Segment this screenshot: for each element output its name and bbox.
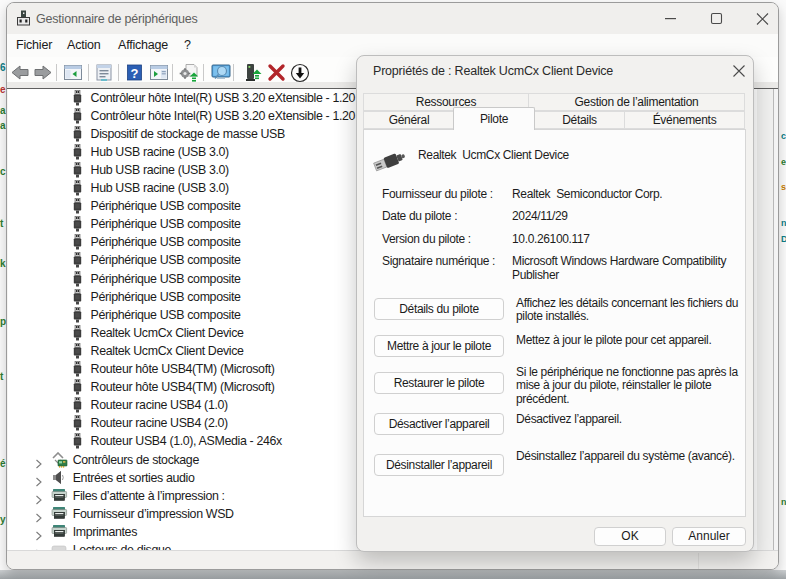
svg-text:?: ? (131, 66, 139, 81)
